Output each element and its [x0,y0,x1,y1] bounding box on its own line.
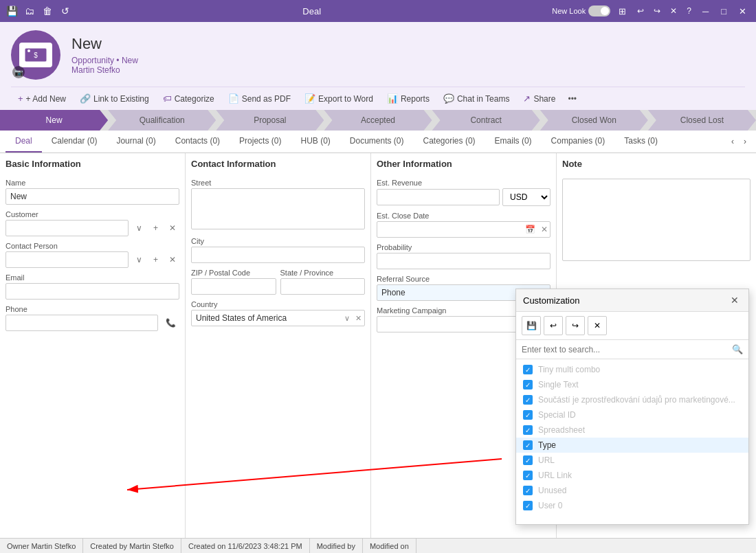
list-item[interactable]: Special ID [516,407,748,422]
email-input[interactable] [5,283,179,300]
customer-clear-button[interactable]: ✕ [166,221,179,235]
contact-person-input[interactable] [5,251,129,268]
customer-chevron-down[interactable]: ∨ [133,221,146,235]
customization-close-button[interactable]: ✕ [728,293,742,307]
date-clear-button[interactable]: ✕ [541,225,548,234]
contact-person-add-button[interactable]: + [150,253,162,267]
step-qualification[interactable]: Qualification [108,110,216,131]
help-icon[interactable]: ? [684,6,694,16]
title-bar-controls: New Look ⊞ ↩ ↪ ✕ ? ─ □ ✕ [552,5,751,16]
tab-companies[interactable]: Companies (0) [542,131,615,153]
tab-tasks[interactable]: Tasks (0) [614,131,667,153]
step-accepted[interactable]: Accepted [324,110,432,131]
toolbar: + + Add New 🔗 Link to Existing 🏷 Categor… [11,87,745,110]
list-item[interactable]: URL Link [516,468,748,483]
custom-redo-button[interactable]: ↪ [566,316,585,335]
zip-input[interactable] [191,278,276,295]
custom-save-button[interactable]: 💾 [522,316,541,335]
phone-input[interactable] [5,315,158,331]
customize-icon[interactable]: ⊞ [614,6,630,16]
camera-icon[interactable]: 📷 [12,66,25,78]
step-closed-won[interactable]: Closed Won [540,110,648,131]
checkbox-icon[interactable] [523,395,533,405]
list-item-type[interactable]: Type [516,438,748,453]
list-item[interactable]: Tiny multi combo [516,362,748,377]
country-clear-button[interactable]: ✕ [353,311,364,326]
tab-prev-button[interactable]: ‹ [727,134,738,149]
tab-journal[interactable]: Journal (0) [107,131,165,153]
add-new-button[interactable]: + + Add New [11,90,73,107]
calendar-icon[interactable]: 📅 [525,225,535,234]
tab-hub[interactable]: HUB (0) [291,131,340,153]
list-item[interactable]: Součástí je zprostředkování údajů pro ma… [516,392,748,407]
tab-emails[interactable]: Emails (0) [485,131,542,153]
state-input[interactable] [280,278,366,295]
custom-close2-button[interactable]: ✕ [588,316,607,335]
export-to-word-button[interactable]: 📝 Export to Word [298,90,380,107]
street-input[interactable] [191,188,365,229]
tab-calendar[interactable]: Calendar (0) [42,131,107,153]
step-closed-lost[interactable]: Closed Lost [648,110,756,131]
delete-icon[interactable]: 🗑 [41,5,54,17]
window-close-button[interactable]: ✕ [735,6,751,16]
link-to-existing-button[interactable]: 🔗 Link to Existing [73,90,156,107]
tab-deal[interactable]: Deal [5,131,42,153]
list-item[interactable]: Spreadsheet [516,422,748,438]
phone-dial-icon[interactable]: 📞 [162,316,179,330]
checkbox-icon[interactable] [523,440,533,450]
customization-search-input[interactable] [522,345,732,354]
contact-person-chevron-down[interactable]: ∨ [133,253,146,267]
redo-icon[interactable]: ↪ [651,6,663,16]
more-options-button[interactable]: ••• [562,91,582,107]
custom-undo-button[interactable]: ↩ [544,316,563,335]
new-look-toggle[interactable]: New Look [552,5,610,16]
est-close-date-wrapper: 📅 ✕ [377,221,551,238]
est-revenue-input[interactable] [377,189,500,205]
list-item[interactable]: Unused [516,483,748,498]
customer-add-button[interactable]: + [150,221,162,235]
step-new[interactable]: New [0,110,108,131]
name-input[interactable] [5,188,179,205]
customer-input[interactable] [5,220,129,236]
note-textarea[interactable] [562,179,751,261]
list-item[interactable]: URL [516,453,748,468]
list-item[interactable]: Single Text [516,377,748,392]
country-chevron-icon[interactable]: ∨ [342,311,353,326]
tab-categories[interactable]: Categories (0) [414,131,485,153]
new-look-switch[interactable] [588,5,610,16]
checkbox-icon[interactable] [523,365,533,374]
minimize-button[interactable]: ─ [698,6,713,16]
currency-select[interactable]: USD EUR GBP [502,188,551,206]
checkbox-icon[interactable] [523,455,533,465]
checkbox-icon[interactable] [523,471,533,480]
save-icon[interactable]: 💾 [5,5,18,17]
categorize-button[interactable]: 🏷 Categorize [156,90,221,107]
undo-icon[interactable]: ↩ [634,6,647,16]
send-as-pdf-button[interactable]: 📄 Send as PDF [221,90,298,107]
reports-button[interactable]: 📊 Reports [380,90,436,107]
state-label: State / Province [280,269,366,277]
chat-in-teams-button[interactable]: 💬 Chat in Teams [436,90,516,107]
checkbox-icon[interactable] [523,501,533,510]
refresh-icon[interactable]: ↺ [59,5,71,17]
checkbox-icon[interactable] [523,410,533,420]
step-proposal[interactable]: Proposal [216,110,324,131]
checkbox-icon[interactable] [523,425,533,435]
city-input[interactable] [191,247,365,263]
tab-documents[interactable]: Documents (0) [340,131,414,153]
share-button[interactable]: ↗ Share [516,90,562,107]
checkbox-icon[interactable] [523,486,533,495]
list-item[interactable]: User 0 [516,498,748,513]
tab-projects[interactable]: Projects (0) [230,131,291,153]
probability-input[interactable] [377,253,551,269]
title-bar: 💾 🗂 🗑 ↺ Deal New Look ⊞ ↩ ↪ ✕ ? ─ □ ✕ [0,0,756,22]
tab-contacts[interactable]: Contacts (0) [166,131,230,153]
checkbox-icon[interactable] [523,380,533,390]
note-title: Note [562,159,751,172]
maximize-button[interactable]: □ [717,6,731,16]
save-all-icon[interactable]: 🗂 [23,5,36,17]
step-contract[interactable]: Contract [432,110,540,131]
tab-next-button[interactable]: › [740,134,751,149]
contact-person-clear-button[interactable]: ✕ [166,253,179,267]
close-icon[interactable]: ✕ [667,6,680,16]
